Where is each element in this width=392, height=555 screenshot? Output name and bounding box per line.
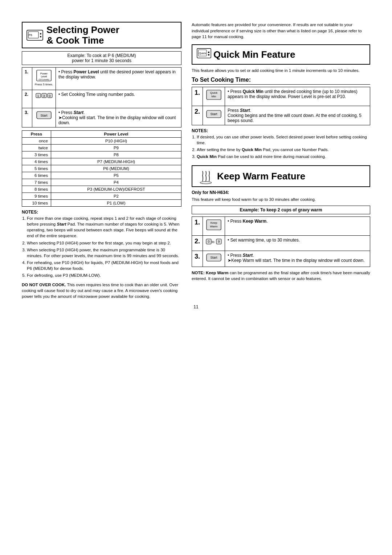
svg-point-2	[40, 33, 41, 35]
intro-text: Automatic features are provided for your…	[192, 22, 370, 40]
keep-warm-icon	[196, 168, 216, 184]
step-1-num: 1.	[22, 68, 32, 90]
selecting-power-header: P6 Selecting Power & Cook Time	[22, 22, 181, 48]
qm-start-icon: Start	[205, 109, 222, 120]
example-box: Example: To cook at P 6 (MEDIUM) power f…	[22, 51, 181, 65]
start-button-icon: Start	[35, 110, 53, 122]
power-table-row: 6 timesP5	[22, 172, 181, 179]
svg-text:Press 5 times.: Press 5 times.	[35, 83, 53, 86]
power-table-row: onceP10 (HIGH)	[22, 138, 181, 145]
example-subtitle: power for 1 minute 30 seconds	[72, 58, 131, 63]
step-3-num: 3.	[22, 108, 32, 127]
page-number: 11	[22, 304, 370, 309]
steps-table: 1. Power Level (10 Levels) Press 5 times…	[22, 67, 181, 127]
step-3-row: 3. Start • Press Start. ➤Cooking will st…	[22, 108, 181, 127]
svg-point-22	[208, 54, 209, 56]
kw-note: NOTE: Keep Warm can be programmed as the…	[192, 270, 370, 281]
quick-min-icon: Quick	[196, 47, 212, 62]
svg-text:Start: Start	[211, 112, 218, 116]
svg-text:9: 9	[218, 240, 220, 243]
power-table-row: 5 timesP6 (MEDIUM)	[22, 165, 181, 172]
quick-min-intro: This feature allows you to set or add co…	[192, 68, 370, 74]
power-table-row: 4 timesP7 (MEDIUM-HIGH)	[22, 158, 181, 165]
qm-step-2-icon: Start	[203, 106, 225, 125]
note-item: For more than one stage cooking, repeat …	[27, 215, 181, 239]
kw-step-2-text: • Set warming time, up to 30 minutes.	[225, 235, 370, 251]
kw-example-box: Example: To keep 2 cups of gravy warm	[192, 206, 370, 214]
only-for-label: Only for NN-H634:	[192, 190, 370, 195]
qm-notes-list: If desired, you can use other power leve…	[192, 134, 370, 159]
svg-text:to: to	[212, 240, 215, 244]
step-1-icon-cell: Power Level (10 Levels) Press 5 times.	[32, 68, 56, 90]
power-table-row: 3 timesP8	[22, 151, 181, 158]
power-table-row: twiceP9	[22, 145, 181, 151]
qm-notes-title: NOTES:	[192, 128, 370, 133]
svg-text:Quick: Quick	[199, 52, 206, 55]
qm-note-item: If desired, you can use other power leve…	[197, 134, 370, 146]
svg-text:1: 1	[37, 94, 39, 98]
kw-note-title: NOTE:	[192, 271, 205, 275]
power-table-row: 8 timesP3 (MEDIUM-LOW)/DEFROST	[22, 186, 181, 193]
quick-min-button-icon: Quick Min	[205, 89, 222, 103]
qm-step-1-row: 1. Quick Min • Press Quick Min until the…	[192, 87, 370, 106]
qm-step-2-row: 2. Start Press Start. Cooking begins and…	[192, 106, 370, 125]
keep-warm-button-icon: Keep Warm	[205, 219, 222, 232]
qm-step-2-text: Press Start. Cooking begins and the time…	[225, 106, 370, 125]
notes-list: For more than one stage cooking, repeat …	[22, 215, 181, 278]
left-column: P6 Selecting Power & Cook Time Example: …	[22, 22, 181, 299]
step-2-text: • Set Cooking Time using number pads.	[56, 90, 181, 108]
kw-step-1-row: 1. Keep Warm • Press Keep Warm.	[192, 216, 370, 235]
svg-text:3: 3	[43, 94, 45, 98]
power-table-row: 7 timesP4	[22, 179, 181, 186]
svg-text:Warm: Warm	[210, 225, 218, 228]
quick-min-header: Quick Quick Min Feature	[192, 44, 370, 65]
step-2-row: 2. 1 3 0 • Set Cooking Time	[22, 90, 181, 108]
kw-steps-table: 1. Keep Warm • Press Keep Warm. 2.	[192, 216, 370, 267]
notes-title: NOTES:	[22, 210, 181, 215]
qm-step-2-num: 2.	[192, 106, 203, 125]
qm-note-item: After setting the time by Quick Min Pad,…	[197, 147, 370, 153]
svg-text:Quick: Quick	[210, 91, 218, 94]
qm-step-1-num: 1.	[192, 87, 203, 106]
to-set-cooking-time-heading: To Set Cooking Time:	[192, 77, 370, 85]
kw-step-2-row: 2. 0 to 9 • Set warming time, up to 30 m…	[192, 235, 370, 251]
kw-step-2-num: 2.	[192, 235, 203, 251]
do-not-overcook: DO NOT OVER COOK. This oven requires les…	[22, 282, 181, 299]
kw-step-1-icon: Keep Warm	[203, 216, 225, 235]
svg-text:Start: Start	[211, 256, 218, 259]
svg-point-28	[200, 182, 212, 184]
svg-text:0: 0	[208, 240, 210, 243]
step-3-icon-cell: Start	[32, 108, 56, 127]
notes-section: NOTES: For more than one stage cooking, …	[22, 210, 181, 278]
step-2-num: 2.	[22, 90, 32, 108]
power-table-row: 9 timesP2	[22, 193, 181, 200]
quick-min-title: Quick Min Feature	[213, 49, 295, 60]
svg-text:0: 0	[49, 94, 50, 98]
step-1-row: 1. Power Level (10 Levels) Press 5 times…	[22, 68, 181, 90]
note-item: For reheating, use P10 (HIGH) for liquid…	[27, 260, 181, 271]
right-column: Automatic features are provided for your…	[192, 22, 370, 299]
step-2-icon-cell: 1 3 0	[32, 90, 56, 108]
svg-text:(10 Levels): (10 Levels)	[38, 78, 49, 81]
svg-text:Power: Power	[40, 72, 48, 75]
example-title: Example: To cook at P 6 (MEDIUM)	[68, 53, 136, 58]
kw-step-1-text: • Press Keep Warm.	[225, 216, 370, 235]
note-item: For defrosting, use P3 (MEDIUM-LOW).	[27, 272, 181, 278]
kw-numpad-icon: 0 to 9	[205, 238, 222, 248]
svg-text:Keep: Keep	[211, 221, 217, 224]
svg-text:Min: Min	[212, 95, 216, 98]
keep-warm-header: Keep Warm Feature	[192, 165, 370, 187]
keep-warm-intro: This feature will keep food warm for up …	[192, 197, 370, 203]
step-3-text: • Press Start. ➤Cooking will start. The …	[56, 108, 181, 127]
selecting-power-title: Selecting Power & Cook Time	[46, 25, 119, 45]
qm-step-1-text: • Press Quick Min until the desired cook…	[225, 87, 370, 106]
keep-warm-title: Keep Warm Feature	[217, 171, 305, 182]
svg-point-21	[208, 52, 209, 53]
svg-text:Start: Start	[40, 114, 48, 117]
qm-notes-section: NOTES: If desired, you can use other pow…	[192, 128, 370, 159]
kw-step-3-icon: Start	[203, 251, 225, 267]
svg-text:Level: Level	[41, 75, 47, 78]
kw-note-text: Keep Warm can be programmed as the final…	[192, 271, 370, 281]
numpad-icon: 1 3 0	[35, 92, 53, 105]
kw-step-2-icon: 0 to 9	[203, 235, 225, 251]
